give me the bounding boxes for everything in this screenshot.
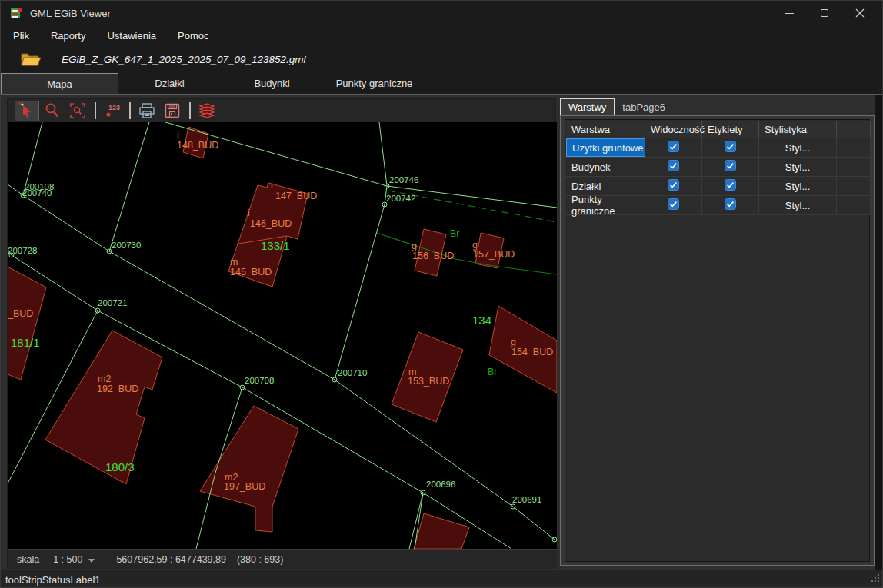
menu-item-ustawienia[interactable]: Ustawienia: [99, 27, 164, 45]
table-row: Punkty graniczneStyl...: [566, 196, 871, 215]
map-label-point: 200742: [386, 194, 415, 203]
map-label-bldg: 148_BUD: [177, 140, 218, 151]
map-toolbar-separator: [129, 102, 131, 119]
map-label-bldg: m2: [98, 374, 111, 384]
resize-grip-icon[interactable]: [871, 572, 880, 586]
panel-tab-warstwy[interactable]: Warstwy: [560, 98, 615, 115]
scale-value[interactable]: 1 : 500: [53, 554, 82, 565]
status-bar: toolStripStatusLabel1: [1, 570, 883, 588]
visibility-cell: [645, 196, 702, 214]
column-header-filler: [837, 121, 871, 138]
save-button[interactable]: [160, 101, 185, 121]
map-label-bldg: g: [412, 241, 417, 251]
panel-tab-tabpage6[interactable]: tabPage6: [615, 98, 673, 115]
app-icon: [10, 6, 24, 20]
visibility-cell: [645, 158, 702, 176]
map-coordinates: 5607962,59 : 6477439,89: [116, 554, 226, 565]
visibility-checkbox[interactable]: [668, 160, 679, 174]
menu-item-pomoc[interactable]: Pomoc: [170, 27, 216, 45]
map-label-point: 200696: [426, 480, 455, 489]
maximize-icon: [821, 9, 828, 17]
visibility-checkbox[interactable]: [668, 179, 679, 193]
visibility-checkbox[interactable]: [668, 198, 679, 212]
checkbox-checked-icon: [668, 160, 679, 171]
map-label-point: 200728: [8, 246, 37, 255]
select-cursor-button[interactable]: [15, 101, 39, 121]
layers-icon: [197, 101, 217, 120]
menu-item-raporty[interactable]: Raporty: [43, 27, 94, 45]
zoom-button[interactable]: [40, 101, 65, 121]
point-numbers-button[interactable]: 123: [100, 101, 125, 121]
tab-punkty-graniczne[interactable]: Punkty graniczne: [323, 73, 425, 94]
layer-name-cell[interactable]: Działki: [566, 177, 645, 195]
open-file-button[interactable]: [18, 48, 44, 70]
layers-panel: WarstwytabPage6 WarstwaWidocznośćEtykiet…: [560, 98, 875, 568]
zoom-icon: [43, 101, 62, 120]
style-button[interactable]: Styl...: [785, 142, 811, 154]
pixel-coordinates: (380 : 693): [237, 554, 283, 565]
layer-name-cell[interactable]: Punkty graniczne: [566, 196, 645, 214]
map-label-bldg: i: [177, 130, 179, 141]
labels-checkbox[interactable]: [725, 160, 736, 174]
scale-dropdown-icon[interactable]: [88, 559, 95, 563]
map-toolbar-separator: [189, 102, 191, 119]
file-toolstrip: EGiB_Z_GK_647_1_2025_2025_07_09_123852.g…: [1, 45, 883, 73]
tab-budynki[interactable]: Budynki: [221, 73, 323, 94]
map-status-strip: skala 1 : 500 5607962,59 : 6477439,89 (3…: [8, 549, 557, 569]
title-bar: GML EGiB Viewer: [1, 1, 883, 25]
labels-cell: [702, 196, 759, 214]
menu-item-plik[interactable]: Plik: [5, 27, 37, 45]
column-header-stylistyka: Stylistyka: [759, 121, 837, 138]
map-label-point: 200740: [22, 188, 52, 198]
filler-cell: [837, 196, 871, 214]
map-building-197_BUD: [200, 406, 298, 532]
print-button[interactable]: [135, 101, 159, 121]
map-label-bldg: i: [248, 208, 250, 218]
layers-button[interactable]: [195, 101, 219, 121]
content-area: 123: [1, 95, 883, 570]
zoom-selection-button[interactable]: [65, 101, 90, 121]
style-button[interactable]: Styl...: [785, 161, 811, 173]
labels-checkbox[interactable]: [725, 141, 736, 154]
checkbox-checked-icon: [725, 160, 736, 171]
map-line-parcel: [335, 122, 387, 380]
visibility-checkbox[interactable]: [668, 141, 679, 154]
menu-bar: PlikRaportyUstawieniaPomoc: [1, 25, 883, 45]
window-title: GML EGiB Viewer: [30, 8, 111, 19]
map-label-bldg: 145_BUD: [230, 267, 272, 277]
map-label-bldg: 154_BUD: [511, 347, 553, 357]
labels-checkbox[interactable]: [725, 198, 736, 212]
map-label-parcel: 134: [472, 314, 491, 327]
labels-checkbox[interactable]: [725, 179, 736, 193]
desktop-sliver: [875, 95, 882, 588]
close-button[interactable]: [842, 1, 878, 25]
map-label-bldg: 192_BUD: [97, 384, 138, 394]
checkbox-checked-icon: [725, 198, 736, 210]
layer-name-cell[interactable]: Budynek: [566, 158, 645, 176]
checkbox-checked-icon: [668, 198, 679, 210]
map-label-bldg: 156_BUD: [412, 251, 454, 261]
maximize-button[interactable]: [807, 1, 842, 25]
map-toolbar-separator: [95, 102, 96, 119]
minimize-button[interactable]: [771, 1, 807, 25]
column-header-etykiety: Etykiety: [702, 121, 759, 138]
map-label-bldg: g: [511, 337, 516, 347]
filler-cell: [837, 158, 871, 176]
tab-mapa[interactable]: Mapa: [1, 73, 118, 94]
style-button[interactable]: Styl...: [785, 200, 811, 211]
scale-label: skala: [17, 554, 39, 565]
select-cursor-icon: [18, 101, 36, 120]
map-label-point: 200710: [338, 368, 367, 377]
toolstrip-separator: [55, 49, 55, 69]
print-icon: [138, 101, 156, 120]
style-button[interactable]: Styl...: [785, 181, 811, 192]
tab-działki[interactable]: Działki: [118, 73, 221, 94]
layer-name-cell[interactable]: Użytki gruntowe: [566, 138, 645, 157]
map-line-parcel: [109, 122, 149, 251]
map-canvas[interactable]: 2001082007402007282007302007212007082007…: [8, 122, 557, 549]
status-label: toolStripStatusLabel1: [5, 574, 101, 586]
map-label-bldg: 153_BUD: [408, 376, 449, 387]
map-building-bottom-partial_BUD: [414, 513, 469, 549]
close-icon: [855, 8, 865, 18]
map-toolbar: 123: [8, 99, 555, 122]
